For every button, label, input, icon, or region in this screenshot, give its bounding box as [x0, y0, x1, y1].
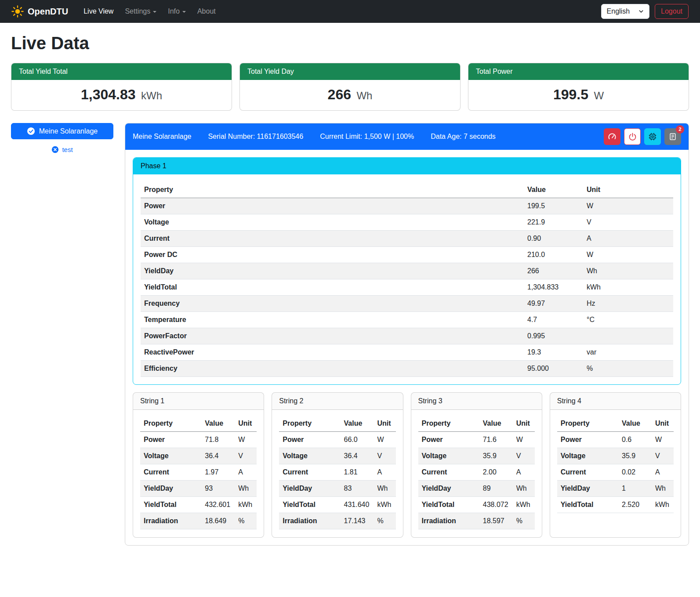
cell-unit: %	[235, 513, 257, 529]
table-row: YieldDay1Wh	[557, 481, 674, 497]
summary-cards: Total Yield Total 1,304.83 kWh Total Yie…	[11, 63, 689, 111]
summary-card-total-power: Total Power 199.5 W	[468, 63, 689, 111]
cell-property: YieldDay	[279, 481, 340, 497]
column-header-unit: Unit	[652, 416, 674, 432]
nav-settings[interactable]: Settings	[119, 4, 162, 19]
cell-unit: °C	[583, 312, 673, 328]
cell-value: 18.597	[479, 513, 513, 529]
cell-property: Voltage	[140, 448, 201, 464]
column-header-unit: Unit	[374, 416, 396, 432]
cell-unit: W	[583, 247, 673, 263]
table-row: Voltage35.9V	[418, 448, 535, 464]
inverter-data-age: Data Age: 7 seconds	[431, 133, 496, 141]
logout-button[interactable]: Logout	[655, 4, 689, 19]
cell-property: Irradiation	[140, 513, 201, 529]
cell-value: 19.3	[524, 344, 583, 361]
column-header-unit: Unit	[235, 416, 257, 432]
string-card-title: String 2	[272, 393, 403, 410]
column-header-value: Value	[524, 182, 583, 198]
phase-card-body: Property Value Unit Power199.5WVoltage22…	[133, 174, 681, 384]
table-row: YieldTotal432.601kWh	[140, 497, 257, 513]
string-card-body: Property Value Unit Power71.6WVoltage35.…	[411, 410, 542, 537]
nav-live-view-label: Live View	[83, 7, 113, 15]
cell-value: 0.995	[524, 328, 583, 344]
event-log-button[interactable]: 2	[664, 128, 681, 145]
column-header-unit: Unit	[513, 416, 535, 432]
cell-property: YieldTotal	[557, 497, 618, 513]
language-select[interactable]: English	[601, 4, 649, 19]
card-header: Total Yield Total	[11, 63, 232, 80]
cell-property: Power	[418, 432, 479, 448]
device-info-button[interactable]	[644, 128, 661, 145]
cpu-chip-icon	[648, 132, 657, 141]
table-header-row: Property Value Unit	[140, 416, 257, 432]
cell-unit: Hz	[583, 296, 673, 312]
sidebar-item-meine-solaranlage[interactable]: Meine Solaranlage	[11, 123, 113, 139]
cell-unit: Wh	[235, 481, 257, 497]
inverter-panel-header: Meine Solaranlage Serial Number: 1161716…	[125, 123, 689, 150]
power-button[interactable]	[624, 128, 641, 145]
cell-property: Power DC	[141, 247, 524, 263]
table-row: Current1.81A	[279, 464, 395, 481]
navbar: OpenDTU Live View Settings Info About En…	[0, 0, 700, 23]
cell-property: YieldDay	[418, 481, 479, 497]
table-row: Frequency49.97Hz	[141, 296, 673, 312]
cell-unit: V	[583, 214, 673, 231]
table-row: Power199.5W	[141, 198, 673, 214]
cell-property: ReactivePower	[141, 344, 524, 361]
cell-unit: kWh	[374, 497, 396, 513]
cell-unit: V	[374, 448, 396, 464]
inverter-actions: 2	[604, 128, 681, 145]
sidebar-item-label: Meine Solaranlage	[39, 127, 98, 135]
cell-value: 2.00	[479, 464, 513, 481]
column-header-property: Property	[557, 416, 618, 432]
summary-unit: Wh	[356, 90, 372, 101]
cell-property: YieldTotal	[140, 497, 201, 513]
column-header-property: Property	[140, 416, 201, 432]
cell-value: 0.90	[524, 231, 583, 247]
cell-property: YieldTotal	[418, 497, 479, 513]
table-row: YieldDay266Wh	[141, 263, 673, 279]
table-row: YieldDay83Wh	[279, 481, 395, 497]
cell-value: 210.0	[524, 247, 583, 263]
cell-unit	[583, 328, 673, 344]
cell-property: Current	[279, 464, 340, 481]
card-header: Total Yield Day	[240, 63, 460, 80]
brand[interactable]: OpenDTU	[11, 5, 68, 18]
brand-label: OpenDTU	[28, 7, 68, 17]
cell-property: Voltage	[557, 448, 618, 464]
nav-info[interactable]: Info	[162, 4, 192, 19]
journal-icon	[668, 132, 677, 141]
table-row: YieldTotal2.520kWh	[557, 497, 674, 513]
cell-unit: kWh	[235, 497, 257, 513]
cell-unit: A	[235, 464, 257, 481]
summary-value: 1,304.83	[81, 87, 136, 102]
cell-unit: Wh	[652, 481, 674, 497]
nav-about[interactable]: About	[192, 4, 221, 19]
cell-unit: Wh	[583, 263, 673, 279]
sidebar-item-test[interactable]: test	[11, 146, 113, 153]
sun-logo-icon	[11, 5, 24, 18]
table-row: YieldDay93Wh	[140, 481, 257, 497]
table-row: YieldDay89Wh	[418, 481, 535, 497]
cell-value: 438.072	[479, 497, 513, 513]
cell-value: 36.4	[341, 448, 374, 464]
limit-settings-button[interactable]	[604, 128, 620, 145]
cell-property: Efficiency	[141, 361, 524, 377]
string-table: Property Value Unit Power66.0WVoltage36.…	[279, 416, 395, 529]
cell-unit: W	[583, 198, 673, 214]
cell-unit: A	[374, 464, 396, 481]
nav-live-view[interactable]: Live View	[78, 4, 119, 19]
table-row: Power DC210.0W	[141, 247, 673, 263]
cell-property: YieldDay	[140, 481, 201, 497]
table-header-row: Property Value Unit	[279, 416, 395, 432]
cell-property: Current	[141, 231, 524, 247]
string-table: Property Value Unit Power0.6WVoltage35.9…	[557, 416, 674, 513]
table-row: YieldTotal431.640kWh	[279, 497, 395, 513]
string-card-body: Property Value Unit Power66.0WVoltage36.…	[272, 410, 403, 537]
string-table: Property Value Unit Power71.6WVoltage35.…	[418, 416, 535, 529]
cell-property: Current	[557, 464, 618, 481]
table-row: YieldTotal1,304.833kWh	[141, 279, 673, 296]
cell-unit: %	[583, 361, 673, 377]
cell-property: YieldTotal	[279, 497, 340, 513]
